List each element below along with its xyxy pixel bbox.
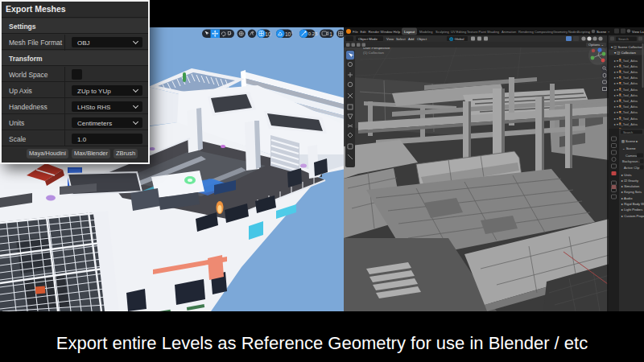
svg-text:▸ ▾ B_Tool_Adva: ▸ ▾ B_Tool_Adva bbox=[614, 122, 638, 126]
svg-text:▸ ▾ B_Tool_Adva: ▸ ▾ B_Tool_Adva bbox=[614, 105, 638, 109]
svg-text:Help: Help bbox=[394, 30, 401, 34]
svg-text:▸ Custom Properties: ▸ Custom Properties bbox=[621, 214, 644, 218]
svg-text:▸ Rigid Body World: ▸ Rigid Body World bbox=[621, 202, 644, 206]
svg-text:▸ ▾ B_Tool_Adva: ▸ ▾ B_Tool_Adva bbox=[614, 99, 638, 103]
svg-text:Object Mode: Object Mode bbox=[358, 37, 378, 41]
svg-text:Edit: Edit bbox=[361, 30, 367, 34]
svg-text:▸ Simulation: ▸ Simulation bbox=[621, 184, 640, 188]
svg-text:▧ Scene ▸: ▧ Scene ▸ bbox=[621, 139, 638, 143]
svg-text:Animation: Animation bbox=[502, 30, 517, 34]
svg-text:Window: Window bbox=[381, 30, 394, 34]
svg-text:Layout: Layout bbox=[404, 30, 415, 34]
svg-text:▾ ◲ Collection: ▾ ◲ Collection bbox=[614, 51, 636, 55]
svg-text:Render: Render bbox=[369, 30, 380, 34]
svg-text:Scene: Scene bbox=[597, 30, 607, 34]
svg-text:View: View bbox=[386, 37, 394, 41]
svg-text:0.25: 0.25 bbox=[308, 31, 318, 36]
svg-text:1: 1 bbox=[329, 31, 332, 37]
svg-text:▸ ▾ B_Tool_Adva: ▸ ▾ B_Tool_Adva bbox=[614, 117, 638, 121]
svg-text:Sculpting: Sculpting bbox=[436, 30, 450, 34]
svg-text:Active Clip: Active Clip bbox=[624, 166, 640, 170]
svg-text:▸ ☑ Gravity: ▸ ☑ Gravity bbox=[621, 179, 639, 183]
svg-text:Search: Search bbox=[618, 37, 629, 41]
svg-text:▸ Keying Sets: ▸ Keying Sets bbox=[621, 190, 642, 194]
svg-text:▸ ▾ B_Tool_Adva: ▸ ▾ B_Tool_Adva bbox=[614, 81, 638, 85]
svg-text:(1) Collection: (1) Collection bbox=[363, 51, 384, 55]
svg-text:Geometry Nodes: Geometry Nodes bbox=[553, 30, 578, 34]
svg-text:▸ ▾ B_Tool_Adva: ▸ ▾ B_Tool_Adva bbox=[614, 59, 638, 63]
svg-text:Modeling: Modeling bbox=[419, 30, 433, 34]
svg-text:Object: Object bbox=[417, 37, 427, 41]
svg-text:▸ ▾ B_Tool_Adva: ▸ ▾ B_Tool_Adva bbox=[614, 64, 638, 68]
svg-text:Add: Add bbox=[408, 37, 415, 41]
svg-text:File: File bbox=[353, 30, 358, 34]
svg-text:Camera: Camera bbox=[625, 154, 638, 158]
svg-text:Search: Search bbox=[623, 131, 633, 134]
svg-text:▸ Units: ▸ Units bbox=[621, 173, 632, 177]
svg-text:View La: View La bbox=[632, 30, 644, 34]
svg-text:⌄ Scene: ⌄ Scene bbox=[622, 146, 636, 150]
svg-text:Select: Select bbox=[396, 37, 406, 41]
svg-text:▸ ▾ B_Tool_Adva: ▸ ▾ B_Tool_Adva bbox=[614, 70, 638, 74]
svg-text:Rendering: Rendering bbox=[518, 30, 535, 34]
svg-text:▾ ◲ Scene Collection: ▾ ◲ Scene Collection bbox=[611, 45, 643, 49]
svg-text:Options ⌄: Options ⌄ bbox=[588, 43, 604, 47]
svg-text:▸ Light Probes: ▸ Light Probes bbox=[621, 208, 642, 212]
svg-text:▸ ▾ B_Tool_Adva: ▸ ▾ B_Tool_Adva bbox=[614, 88, 638, 92]
svg-text:10: 10 bbox=[265, 31, 271, 37]
svg-text:Compositing: Compositing bbox=[535, 30, 553, 34]
svg-text:Texture Paint: Texture Paint bbox=[467, 30, 487, 34]
svg-text:▸ ▾ B_Tool_Adva: ▸ ▾ B_Tool_Adva bbox=[614, 93, 638, 97]
svg-text:Backgroun...: Backgroun... bbox=[622, 159, 641, 163]
svg-text:UV Editing: UV Editing bbox=[451, 30, 467, 34]
svg-text:▸ ▾ B_Tool_Adva: ▸ ▾ B_Tool_Adva bbox=[614, 110, 638, 114]
svg-text:▸ Audio: ▸ Audio bbox=[621, 196, 633, 200]
svg-text:10°: 10° bbox=[285, 31, 293, 37]
svg-text:Shading: Shading bbox=[487, 30, 500, 34]
svg-text:▸ ▾ B_Tool_Adva: ▸ ▾ B_Tool_Adva bbox=[614, 76, 638, 80]
